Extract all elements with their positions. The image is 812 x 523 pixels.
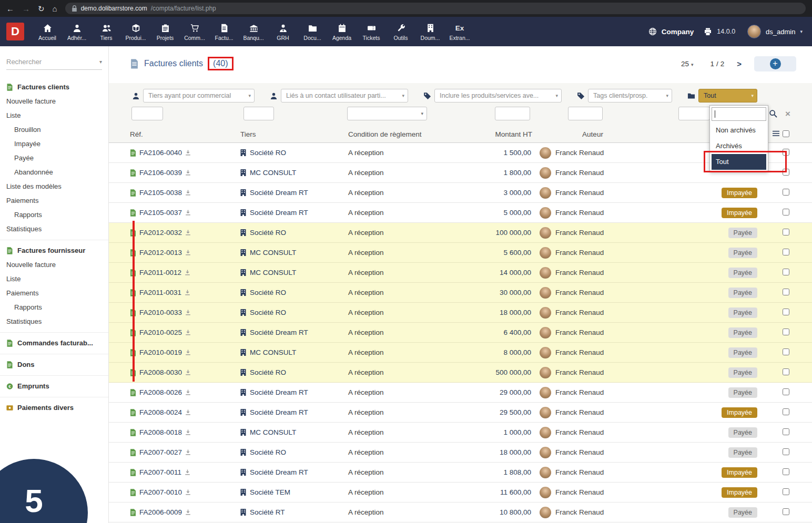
row-checkbox[interactable] xyxy=(783,348,789,355)
menu-adh-r[interactable]: Adhér... xyxy=(62,22,92,41)
thirdparty-link[interactable]: Société Dream RT xyxy=(250,468,308,476)
col-montant[interactable]: Montant HT xyxy=(453,130,532,138)
col-auteur[interactable]: Auteur xyxy=(532,130,653,138)
download-icon[interactable] xyxy=(185,370,191,375)
page-size-select[interactable]: 25▾ xyxy=(681,60,694,68)
thirdparty-link[interactable]: Société TEM xyxy=(250,488,290,496)
invoice-ref-link[interactable]: FA2011-0031 xyxy=(139,289,181,296)
sidebar-item-rapports[interactable]: Rapports xyxy=(0,300,108,314)
download-icon[interactable] xyxy=(185,250,191,255)
download-icon[interactable] xyxy=(185,310,191,315)
row-checkbox[interactable] xyxy=(783,329,789,335)
download-icon[interactable] xyxy=(185,190,191,196)
row-checkbox[interactable] xyxy=(783,488,789,495)
dropdown-option-non-archiv-s[interactable]: Non archivés xyxy=(712,122,766,138)
menu-tiers[interactable]: Tiers xyxy=(92,22,121,41)
filter-select-inclure-les-produits-services-ave[interactable]: Inclure les produits/services ave...▾ xyxy=(434,89,562,102)
thirdparty-link[interactable]: Société Dream RT xyxy=(250,408,308,416)
row-checkbox[interactable] xyxy=(783,249,789,255)
dropdown-search-input[interactable] xyxy=(712,107,766,121)
sidebar-item-abandonn-e[interactable]: Abandonnée xyxy=(0,165,108,179)
dolibarr-logo[interactable]: D xyxy=(6,23,24,40)
row-checkbox[interactable] xyxy=(783,388,789,395)
download-icon[interactable] xyxy=(185,409,191,415)
invoice-ref-link[interactable]: FA2008-0026 xyxy=(139,388,182,396)
menu-comm[interactable]: Comm... xyxy=(180,22,209,41)
sidebar-item-brouillon[interactable]: Brouillon xyxy=(0,122,108,137)
row-checkbox[interactable] xyxy=(783,508,789,515)
sidebar-item-liste[interactable]: Liste xyxy=(0,108,108,122)
invoice-ref-link[interactable]: FA2008-0018 xyxy=(139,428,182,436)
refresh-icon[interactable]: ↻ xyxy=(38,5,45,13)
thirdparty-link[interactable]: Société RO xyxy=(250,368,286,376)
download-icon[interactable] xyxy=(185,469,190,475)
field-selector-icon[interactable] xyxy=(773,130,779,137)
invoice-ref-link[interactable]: FA2012-0013 xyxy=(139,249,182,257)
menu-projets[interactable]: Projets xyxy=(150,22,180,41)
sidebar-item-liste-des-mod-les[interactable]: Liste des modèles xyxy=(0,179,108,193)
user-menu[interactable]: ds_admin xyxy=(766,28,795,36)
invoice-ref-link[interactable]: FA2007-0010 xyxy=(139,488,182,496)
sidebar-item-pay-e[interactable]: Payée xyxy=(0,151,108,165)
download-icon[interactable] xyxy=(185,230,191,235)
row-checkbox[interactable] xyxy=(783,289,789,295)
thirdparty-link[interactable]: Société RO xyxy=(250,149,286,157)
sidebar-item-paiements[interactable]: Paiements xyxy=(0,286,108,300)
menu-doum[interactable]: Doum... xyxy=(415,22,445,41)
download-icon[interactable] xyxy=(185,509,191,515)
invoice-ref-link[interactable]: FA2007-0011 xyxy=(139,468,181,476)
sidebar-item-statistiques[interactable]: Statistiques xyxy=(0,222,108,236)
sidebar-section-paiements-divers[interactable]: Paiements divers xyxy=(0,399,108,415)
sidebar-section-factures-clients[interactable]: Factures clients xyxy=(0,78,108,94)
thirdparty-link[interactable]: Société RO xyxy=(250,289,286,296)
sidebar-item-liste[interactable]: Liste xyxy=(0,272,108,286)
download-icon[interactable] xyxy=(185,210,191,216)
thirdparty-link[interactable]: Société RO xyxy=(250,229,286,237)
current-page[interactable]: 1 xyxy=(710,60,714,68)
col-tiers[interactable]: Tiers xyxy=(240,130,348,138)
row-checkbox[interactable] xyxy=(783,189,789,196)
company-menu[interactable]: Company xyxy=(662,28,694,36)
search-condition-select[interactable]: ▾ xyxy=(347,107,427,120)
row-checkbox[interactable] xyxy=(783,448,789,455)
sidebar-search-input[interactable] xyxy=(6,58,86,66)
menu-extran[interactable]: ExExtran... xyxy=(445,22,474,41)
chevron-down-icon[interactable]: ▾ xyxy=(99,59,102,65)
invoice-ref-link[interactable]: FA2008-0030 xyxy=(139,368,182,376)
row-checkbox[interactable] xyxy=(783,408,789,415)
invoice-ref-link[interactable]: FA2106-0039 xyxy=(139,169,182,177)
filter-select-tags-clients-prosp[interactable]: Tags clients/prosp.▾ xyxy=(588,89,672,102)
row-checkbox[interactable] xyxy=(783,309,789,315)
invoice-ref-link[interactable]: FA2106-0040 xyxy=(139,149,182,157)
download-icon[interactable] xyxy=(185,489,191,495)
new-invoice-button[interactable]: + xyxy=(754,56,796,71)
search-status-input[interactable] xyxy=(678,107,710,120)
download-icon[interactable] xyxy=(185,290,190,295)
forward-icon[interactable]: → xyxy=(22,5,30,13)
thirdparty-link[interactable]: Société RO xyxy=(250,309,286,316)
menu-banqu[interactable]: Banqu... xyxy=(239,22,268,41)
col-condition[interactable]: Condition de règlement xyxy=(348,130,453,138)
printer-icon[interactable] xyxy=(704,27,712,36)
clear-search-icon[interactable]: × xyxy=(785,109,790,118)
search-auteur-input[interactable] xyxy=(568,107,603,120)
menu-grh[interactable]: GRH xyxy=(268,22,298,41)
invoice-ref-link[interactable]: FA2010-0019 xyxy=(139,348,182,356)
sidebar-section-commandes-facturab[interactable]: Commandes facturab... xyxy=(0,334,108,350)
thirdparty-link[interactable]: Société Dream RT xyxy=(250,329,308,336)
menu-accueil[interactable]: Accueil xyxy=(33,22,62,41)
download-icon[interactable] xyxy=(185,330,191,335)
invoice-ref-link[interactable]: FA2008-0024 xyxy=(139,408,182,416)
thirdparty-link[interactable]: Société RT xyxy=(250,508,285,516)
invoice-ref-link[interactable]: FA2010-0025 xyxy=(139,329,182,336)
thirdparty-link[interactable]: Société Dream RT xyxy=(250,209,308,217)
row-checkbox[interactable] xyxy=(783,269,789,275)
download-icon[interactable] xyxy=(185,150,191,156)
invoice-ref-link[interactable]: FA2010-0033 xyxy=(139,309,182,316)
row-checkbox[interactable] xyxy=(783,428,789,435)
sidebar-item-paiements[interactable]: Paiements xyxy=(0,193,108,208)
row-checkbox[interactable] xyxy=(783,229,789,235)
thirdparty-link[interactable]: MC CONSULT xyxy=(250,169,296,177)
dropdown-option-tout[interactable]: Tout xyxy=(712,154,766,170)
menu-agenda[interactable]: Agenda xyxy=(327,22,357,41)
